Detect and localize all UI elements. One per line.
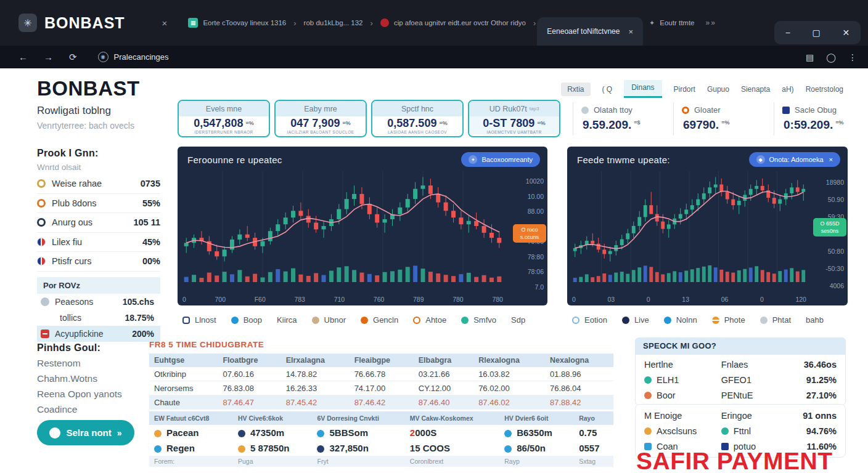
legend-label: Live (634, 315, 649, 325)
legend-item-ahtoe[interactable]: Ahtoe (413, 315, 446, 325)
rates-column-header: Elbabgra (414, 354, 473, 367)
tab-label: cip afoea ugnitvr eidt.eur ovctr Othor r… (394, 19, 526, 26)
chart2-button-close-icon[interactable]: × (829, 156, 833, 163)
stat-item: Gloater69790.=% (682, 105, 766, 132)
close-window-button[interactable]: ✕ (842, 28, 850, 38)
nav-item-sienapta[interactable]: Sienapta (741, 85, 770, 94)
ticker-title: Spctf hnc (372, 101, 462, 116)
browser-tab[interactable]: rob du1kLbg... 132 (298, 19, 369, 26)
legend-item-eotion[interactable]: Eotion (572, 315, 607, 325)
rate-label: Lilex fiu (52, 237, 142, 247)
legend-label: Ahtoe (425, 315, 446, 325)
sidebar-rate-row: Peaesons105.chs (37, 294, 160, 310)
tab-favicon (380, 18, 389, 27)
dot-gray-icon (41, 297, 49, 306)
legend-item-smfvo[interactable]: Smfvo (461, 315, 496, 325)
kebab-menu-icon[interactable]: ⋮ (848, 52, 857, 62)
rate-value: 00% (142, 256, 160, 266)
rates-table-section: FR8 5 TIME CHIDUGBRATE EuhtgseFloatbgreE… (149, 340, 613, 410)
legend-item-gencln[interactable]: Gencln (361, 315, 398, 325)
legend-item-nolnn[interactable]: Nolnn (664, 315, 697, 325)
panel-cell: Fttnl (734, 426, 751, 436)
cta-label: Selra nont (66, 427, 111, 438)
sidebar-rate-row: Acyupfickine200% (37, 326, 160, 342)
sidebar-link[interactable]: Coadince (37, 404, 166, 415)
site-info-icon[interactable]: ❋ (98, 52, 108, 62)
primary-cta-button[interactable]: Selra nont » (37, 420, 134, 445)
x-axis-label: 120 (795, 296, 806, 303)
screen: ✳ BONBAST × ▦Eorte cToovay lineux 1316›r… (0, 0, 868, 473)
legend-label: Kiirca (277, 315, 297, 325)
nav-item-roetrstolog[interactable]: Roetrstolog (806, 85, 843, 94)
browser-tab[interactable]: cip afoea ugnitvr eidt.eur ovctr Othor r… (374, 18, 532, 27)
tab-overflow-chevrons[interactable]: »» (701, 18, 721, 27)
legend-item-phote[interactable]: Phote (712, 315, 745, 325)
legend-item-live[interactable]: Live (622, 315, 649, 325)
funds-column-header: 6V Dorresing Cnvkti (312, 411, 404, 425)
rates-cell: 87.46.40 (414, 395, 473, 410)
forward-icon[interactable]: → (44, 52, 53, 62)
funds-cell: B6350m (499, 425, 574, 440)
legend-item-phtat[interactable]: Phtat (760, 315, 791, 325)
sidebar-rate-row: Ptisfr curs00% (37, 252, 160, 272)
funds-column-header: HV Cive6:6kok (233, 411, 312, 425)
back-icon[interactable]: ← (18, 52, 28, 62)
sidebar-link[interactable]: Reena Opon yanots (37, 389, 166, 400)
browser-tab[interactable]: Eeneoaef toNiftctvnee× (537, 17, 643, 46)
tab-close-icon[interactable]: × (628, 27, 633, 36)
tab-favicon: ▦ (188, 18, 198, 28)
legend-item-boop[interactable]: Boop (231, 315, 262, 325)
nav-item-ah[interactable]: aH) (782, 85, 793, 94)
funds-footer-cell: Forem: (149, 456, 233, 467)
rates-column-header: Elrxalagna (281, 354, 350, 367)
address-right-icons: ▤ ◯ ⋮ (806, 52, 857, 62)
funds-footer-cell: Fryt (312, 456, 404, 467)
panel-value: 91 onns (790, 411, 837, 421)
legend-label: bahb (806, 315, 824, 325)
sidebar-section3-heading: Pinhds Goul: (37, 342, 166, 354)
legend-item-sdp[interactable]: Sdp (511, 315, 525, 325)
nav-item-dinans[interactable]: Dinans (624, 80, 661, 98)
reload-icon[interactable]: ⟳ (69, 52, 77, 63)
minimize-button[interactable]: − (785, 28, 790, 38)
profile-icon[interactable]: ◯ (826, 52, 836, 62)
legend-dot-icon (461, 317, 469, 324)
orange-ring-icon (682, 107, 689, 114)
extensions-icon[interactable]: ▤ (806, 52, 814, 62)
ticker-suffix: =% (245, 120, 253, 126)
chart2-action-button[interactable]: ◆ Onota: Adomoeka × (749, 152, 841, 167)
app-logo: ✳ BONBAST (18, 14, 125, 32)
stat-label: Olatah ttoy (594, 105, 633, 115)
legend-item-bahb[interactable]: bahb (806, 315, 824, 325)
teal-icon (721, 427, 729, 435)
chart1-x-axis: 0700F60783710760789780780 (182, 296, 503, 303)
stat-value: 0:59.209.=% (782, 118, 866, 132)
nav-item-pirdort[interactable]: Pirdort (674, 85, 695, 94)
browser-tab[interactable]: ✦Eoutr ttmte (643, 19, 700, 27)
rates-cell: 76.83.08 (218, 381, 280, 395)
chart-panel-1: Feroounne re upeatec ✦ Bacoxoomreanty 10… (178, 147, 547, 305)
close-icon[interactable]: × (162, 18, 168, 28)
browser-tab[interactable]: ▦Eorte cToovay lineux 1316 (182, 18, 292, 28)
sidebar-link[interactable]: Restenom (37, 358, 166, 369)
table-row: Otkribinp07.60.1614.78.8276.66.7803.21.6… (149, 367, 613, 381)
sidebar-link[interactable]: Chahm.Wotns (37, 373, 166, 384)
funds-footer-cell: Rayp (499, 456, 574, 467)
legend-item-ubnor[interactable]: Ubnor (312, 315, 346, 325)
legend-item-llnost[interactable]: Llnost (182, 315, 216, 325)
funds-cell: 5 87850n (233, 440, 312, 456)
maximize-button[interactable]: ▢ (813, 28, 821, 38)
chart1-action-button[interactable]: ✦ Bacoxoomreanty (461, 152, 540, 167)
address-field[interactable]: ❋ Pralecancinges (98, 52, 169, 62)
nav-item-rxtia[interactable]: Rxtia (561, 83, 590, 96)
nav-item-q[interactable]: ( Q (602, 85, 613, 94)
tab-label: Eoutr ttmte (660, 19, 694, 26)
nav-item-gupuo[interactable]: Gupuo (707, 85, 729, 94)
sidebar-section1-subheading: Wnrtd olsait (37, 163, 160, 172)
coin-orange-icon (37, 199, 46, 208)
rate-label: Plub 8dons (52, 198, 142, 208)
legend-item-kiirca[interactable]: Kiirca (277, 315, 297, 325)
legend-label: Ubnor (324, 315, 346, 325)
stat-suffix: =% (721, 119, 729, 126)
chart1-button-label: Bacoxoomreanty (481, 156, 533, 163)
